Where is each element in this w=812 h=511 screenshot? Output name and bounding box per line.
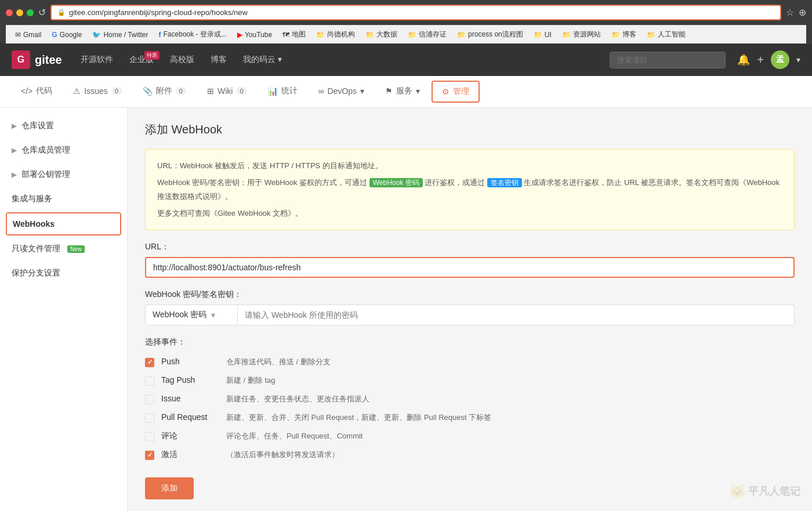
- issues-count: 0: [111, 87, 122, 95]
- bookmark-xinpu[interactable]: 📁 信浦存证: [403, 28, 451, 41]
- info-line2-pre: WebHook 密码/签名密钥：用于 WebHook 鉴权的方式，可通过: [157, 178, 369, 187]
- tab-wiki[interactable]: ⊞ Wiki 0: [198, 78, 256, 105]
- tab-attachments[interactable]: 📎 附件 0: [133, 78, 195, 106]
- nav-enterprise[interactable]: 企业版 特惠: [122, 50, 161, 70]
- url-input[interactable]: [146, 258, 793, 277]
- folder-icon: 📁: [365, 31, 374, 39]
- facebook-icon: f: [159, 31, 161, 39]
- sidebar-item-integration[interactable]: 集成与服务: [0, 187, 127, 211]
- tab-stats[interactable]: 📊 统计: [259, 78, 307, 106]
- folder-icon: 📁: [647, 31, 655, 39]
- add-webhook-button[interactable]: 添加: [145, 477, 194, 499]
- maximize-button[interactable]: [27, 9, 34, 16]
- avatar-dropdown-icon[interactable]: ▾: [796, 55, 800, 64]
- tab-services-label: 服务: [396, 86, 412, 96]
- folder-icon: 📁: [457, 31, 466, 39]
- sidebar-item-readonly-files[interactable]: 只读文件管理 New: [0, 237, 127, 261]
- webhook-pwd-row: WebHook 密码 ▾: [145, 305, 795, 325]
- pullrequest-event-name: Pull Request: [161, 412, 219, 422]
- bookmark-youtube[interactable]: ▶ YouTube: [233, 29, 277, 41]
- close-button[interactable]: [6, 9, 13, 16]
- bookmark-google[interactable]: G Google: [47, 29, 86, 41]
- dropdown-icon: ▾: [278, 55, 282, 64]
- sidebar-item-label: WebHooks: [13, 219, 55, 229]
- sidebar-item-webhooks[interactable]: WebHooks: [7, 213, 120, 234]
- tab-wiki-label: Wiki: [217, 86, 233, 96]
- sidebar: ▶ 仓库设置 ▶ 仓库成员管理 ▶ 部署公钥管理 集成与服务 WebHooks …: [0, 108, 128, 511]
- browser-buttons: [6, 9, 34, 16]
- sidebar-item-label: 仓库成员管理: [21, 145, 70, 155]
- browser-toolbar: ↺ 🔒 gitee.com/pingfanrenbiji/spring-clou…: [6, 5, 806, 20]
- tab-services[interactable]: ⚑ 服务 ▾: [376, 78, 429, 106]
- webhook-pwd-tag: WebHook 密码: [369, 178, 423, 187]
- events-group: 选择事件： Push 仓库推送代码、推送 / 删除分支 Tag Push 新建 …: [145, 337, 795, 460]
- stats-icon: 📊: [268, 86, 278, 96]
- bookmark-processon[interactable]: 📁 process on流程图: [452, 28, 528, 41]
- bookmarks-bar: ✉ Gmail G Google 🐦 Home / Twitter f Face…: [6, 25, 806, 44]
- bookmark-gmail[interactable]: ✉ Gmail: [10, 29, 46, 41]
- bookmark-label: UI: [545, 31, 552, 39]
- nav-university[interactable]: 高校版: [163, 50, 201, 70]
- nav-mycode[interactable]: 我的码云 ▾: [236, 50, 289, 70]
- issue-checkbox[interactable]: [145, 395, 154, 404]
- plus-icon[interactable]: +: [757, 53, 764, 67]
- lock-icon: 🔒: [57, 9, 66, 16]
- push-event-desc: 仓库推送代码、推送 / 删除分支: [226, 357, 331, 367]
- bookmark-maps[interactable]: 🗺 地图: [278, 28, 310, 41]
- gitee-logo-text: gitee: [35, 53, 62, 67]
- page-title: 添加 WebHook: [145, 122, 795, 137]
- bookmark-shangde[interactable]: 📁 尚德机构: [311, 28, 360, 41]
- minimize-button[interactable]: [16, 9, 23, 16]
- bookmark-bigdata[interactable]: 📁 大数据: [361, 28, 402, 41]
- bookmark-ui[interactable]: 📁 UI: [529, 29, 556, 41]
- tagpush-checkbox[interactable]: [145, 376, 154, 386]
- content-area: 添加 WebHook URL：WebHook 被触发后，发送 HTTP / HT…: [128, 108, 812, 511]
- sidebar-item-member-mgmt[interactable]: ▶ 仓库成员管理: [0, 138, 127, 162]
- bell-icon[interactable]: 🔔: [737, 53, 750, 66]
- tab-devops[interactable]: ∞ DevOps ▾: [309, 78, 374, 105]
- bookmark-label: Home / Twitter: [103, 31, 148, 39]
- avatar[interactable]: 孟: [771, 50, 789, 69]
- webhook-pwd-input[interactable]: [238, 305, 795, 325]
- tab-admin[interactable]: ⚙ 管理: [432, 81, 480, 103]
- search-input[interactable]: [610, 52, 726, 68]
- comment-checkbox[interactable]: [145, 432, 154, 441]
- folder-icon: 📁: [611, 31, 620, 39]
- nav-opensource[interactable]: 开源软件: [74, 50, 120, 70]
- bookmark-resources[interactable]: 📁 资源网站: [557, 28, 606, 41]
- gitee-logo[interactable]: G gitee: [12, 50, 62, 69]
- url-input-wrapper: [145, 257, 795, 278]
- bookmark-star-icon[interactable]: ☆: [786, 7, 794, 18]
- push-event-name: Push: [161, 357, 219, 366]
- sidebar-item-label: 保护分支设置: [12, 268, 60, 278]
- maps-icon: 🗺: [282, 31, 289, 39]
- bookmark-twitter[interactable]: 🐦 Home / Twitter: [88, 29, 153, 41]
- gitee-actions: 🔔 + 孟 ▾: [737, 50, 800, 69]
- activate-checkbox[interactable]: [145, 451, 154, 460]
- pullrequest-event-desc: 新建、更新、合并、关闭 Pull Request，新建、更新、删除 Pull R…: [226, 412, 491, 423]
- folder-icon: 📁: [408, 31, 416, 39]
- tagpush-event-name: Tag Push: [161, 375, 219, 385]
- services-dropdown-icon: ▾: [416, 86, 420, 96]
- bookmark-label: process on流程图: [468, 30, 523, 39]
- tab-code[interactable]: </> 代码: [12, 78, 61, 106]
- tab-code-label: 代码: [36, 86, 52, 96]
- tab-issues[interactable]: ⚠ Issues 0: [64, 78, 131, 105]
- refresh-icon[interactable]: ↺: [38, 7, 46, 18]
- sidebar-item-repo-settings[interactable]: ▶ 仓库设置: [0, 114, 127, 138]
- bookmark-ai[interactable]: 📁 人工智能: [642, 28, 690, 41]
- extensions-icon[interactable]: ⊕: [799, 7, 806, 18]
- activate-event-name: 激活: [161, 450, 219, 460]
- bookmark-blog[interactable]: 📁 博客: [607, 28, 641, 41]
- pullrequest-checkbox[interactable]: [145, 414, 154, 423]
- webhook-type-select[interactable]: WebHook 密码 ▾: [145, 305, 238, 325]
- push-checkbox[interactable]: [145, 358, 154, 367]
- tab-devops-label: DevOps: [328, 86, 357, 96]
- bookmark-facebook[interactable]: f Facebook - 登录或...: [154, 28, 231, 41]
- address-bar[interactable]: 🔒 gitee.com/pingfanrenbiji/spring-cloud-…: [50, 5, 781, 20]
- tab-issues-label: Issues: [84, 86, 107, 96]
- info-line2-mid: 进行鉴权，或通过: [425, 178, 487, 187]
- nav-blog[interactable]: 博客: [204, 50, 234, 70]
- sidebar-item-deploy-key[interactable]: ▶ 部署公钥管理: [0, 162, 127, 187]
- sidebar-item-protected-branches[interactable]: 保护分支设置: [0, 261, 127, 285]
